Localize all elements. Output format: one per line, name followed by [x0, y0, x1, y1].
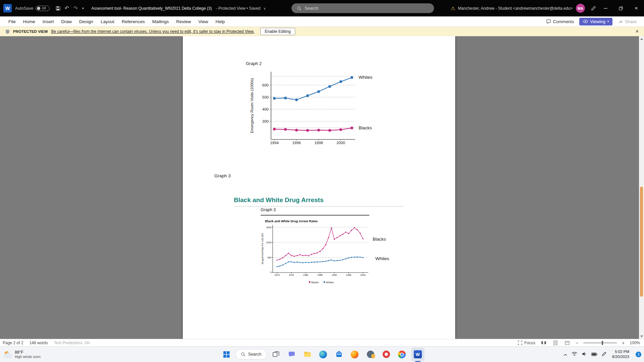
read-mode-button[interactable]	[540, 340, 547, 346]
search-box[interactable]	[291, 3, 434, 13]
tab-layout[interactable]: Layout	[97, 19, 118, 24]
zoom-out-button[interactable]: −	[576, 340, 578, 346]
tab-mailings[interactable]: Mailings	[149, 19, 173, 24]
share-label: Share	[625, 19, 637, 24]
word-count[interactable]: 146 words	[29, 341, 48, 345]
undo-button[interactable]: ↶	[62, 3, 71, 13]
svg-text:300: 300	[262, 119, 269, 123]
zoom-level[interactable]: 100%	[630, 341, 640, 345]
hidden-icons-chevron[interactable]	[564, 352, 567, 357]
battery-icon	[591, 353, 597, 356]
svg-text:600: 600	[262, 83, 269, 87]
protected-view-message[interactable]: Be careful—files from the Internet can c…	[51, 29, 255, 34]
svg-text:1998: 1998	[314, 141, 323, 145]
redo-button[interactable]: ↷	[71, 3, 80, 13]
volume-button[interactable]	[582, 352, 587, 357]
er-visits-chart: 3004005006001994199619982000WhitesBlacks…	[243, 60, 397, 157]
wifi-button[interactable]	[572, 352, 577, 357]
scroll-down-icon[interactable]	[639, 334, 644, 339]
zoom-slider[interactable]	[583, 343, 617, 343]
clock[interactable]: 5:02 PM 8/20/2023	[612, 349, 629, 359]
pen-tool-button[interactable]	[589, 3, 598, 13]
weather-widget[interactable]: 88°F High winds soon	[3, 350, 41, 359]
notification-badge[interactable]: 3	[636, 352, 641, 357]
comments-button[interactable]: Comments	[546, 19, 574, 24]
security-shield-icon	[367, 351, 374, 358]
account-name[interactable]: Manchester, Andrew - Student <andrewmanc…	[458, 6, 573, 11]
tab-references[interactable]: References	[118, 19, 149, 24]
scroll-up-icon[interactable]	[639, 36, 644, 42]
edge-button[interactable]	[316, 348, 330, 361]
tab-view[interactable]: View	[195, 19, 212, 24]
svg-text:Drug Arrest Rate Per 100,000: Drug Arrest Rate Per 100,000	[261, 233, 264, 264]
zoom-in-button[interactable]: +	[622, 340, 625, 346]
battery-button[interactable]	[591, 352, 597, 357]
eye-icon	[583, 20, 588, 23]
text-predictions[interactable]: Text Predictions: On	[54, 341, 90, 345]
print-layout-button[interactable]	[552, 340, 559, 346]
word-app-icon[interactable]: W	[3, 4, 12, 12]
web-layout-button[interactable]	[564, 340, 571, 346]
svg-text:2000: 2000	[360, 274, 366, 276]
start-button[interactable]	[220, 348, 233, 361]
tab-draw[interactable]: Draw	[58, 19, 76, 24]
taskbar-search[interactable]: Search	[235, 349, 267, 360]
title-chevron-icon[interactable]: ∨	[263, 7, 266, 10]
document-page[interactable]: Graph 2 3004005006001994199619982000Whit…	[183, 36, 455, 339]
page-indicator[interactable]: Page 2 of 2	[3, 341, 23, 345]
viewing-button[interactable]: Viewing ▾	[579, 18, 612, 25]
chrome-button[interactable]	[395, 348, 409, 361]
minimize-button[interactable]	[598, 0, 613, 16]
web-layout-icon	[565, 341, 570, 345]
svg-text:1985: 1985	[317, 274, 323, 276]
series-label-whites: Whites	[375, 256, 389, 261]
wifi-icon	[572, 352, 577, 356]
windows-logo-icon	[223, 351, 229, 358]
store-button[interactable]	[332, 348, 345, 361]
security-app-button[interactable]	[364, 348, 377, 361]
avatar[interactable]: MA	[576, 4, 585, 13]
minimize-icon	[604, 8, 607, 9]
svg-text:Black and White Drug Arrest Ra: Black and White Drug Arrest Rates	[265, 219, 318, 223]
firefox-button[interactable]	[348, 348, 361, 361]
focus-button[interactable]: Focus	[518, 341, 535, 345]
tab-home[interactable]: Home	[19, 19, 39, 24]
weather-icon	[3, 351, 12, 358]
tab-design[interactable]: Design	[75, 19, 97, 24]
save-button[interactable]	[54, 3, 62, 13]
svg-text:Whites: Whites	[326, 281, 334, 284]
divider	[261, 215, 369, 216]
zoom-slider-thumb[interactable]	[602, 341, 603, 345]
share-button[interactable]: Share	[618, 19, 637, 24]
vertical-scrollbar[interactable]	[639, 36, 644, 339]
svg-text:1994: 1994	[270, 141, 279, 145]
maximize-button[interactable]	[613, 0, 629, 16]
scrollbar-thumb[interactable]	[640, 187, 643, 297]
search-input[interactable]	[305, 6, 429, 11]
tab-review[interactable]: Review	[172, 19, 195, 24]
enable-editing-button[interactable]: Enable Editing	[260, 28, 295, 35]
close-button[interactable]: ×	[629, 0, 644, 16]
document-heading: Black and White Drug Arrests	[234, 196, 404, 206]
document-title[interactable]: Assessment tool- Reason Quantitatively_W…	[91, 6, 266, 11]
chat-button[interactable]	[285, 348, 298, 361]
svg-text:0: 0	[270, 271, 271, 274]
shield-icon	[5, 29, 10, 34]
word-taskbar-button[interactable]: W	[411, 348, 424, 361]
quick-access-chevron-icon[interactable]: ▾	[80, 3, 86, 13]
banner-close-icon[interactable]: ×	[636, 28, 639, 35]
autosave-control: AutoSave Off	[15, 6, 50, 11]
tab-file[interactable]: File	[5, 19, 19, 24]
task-view-button[interactable]	[269, 348, 282, 361]
tray-date: 8/20/2023	[612, 354, 629, 359]
pen-input-button[interactable]	[602, 352, 606, 357]
tab-insert[interactable]: Insert	[39, 19, 58, 24]
autosave-toggle[interactable]: Off	[36, 6, 50, 11]
tab-help[interactable]: Help	[212, 19, 229, 24]
autosave-state: Off	[42, 6, 46, 10]
svg-text:Blacks: Blacks	[311, 281, 319, 284]
weather-temp: 88°F	[15, 350, 41, 355]
red-browser-button[interactable]	[379, 348, 393, 361]
file-explorer-button[interactable]	[301, 348, 314, 361]
print-layout-icon	[553, 341, 557, 345]
